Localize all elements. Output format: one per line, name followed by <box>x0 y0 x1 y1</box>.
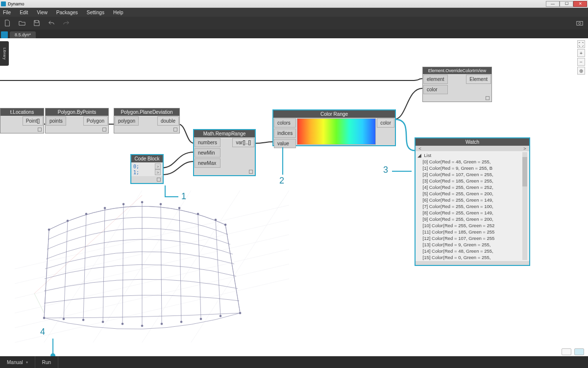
watch-line: [6] Color(Red = 255, Green = 149, <box>417 197 527 203</box>
node-header: Polygon.PlaneDeviation <box>114 108 179 116</box>
lacing-icon[interactable] <box>38 128 42 131</box>
port-in-newmax[interactable]: newMax <box>195 158 220 168</box>
svg-point-35 <box>239 312 241 314</box>
lacing-icon[interactable] <box>157 178 161 182</box>
zoom-in-button[interactable]: + <box>577 49 585 57</box>
open-file-icon[interactable] <box>19 20 25 26</box>
window-close-button[interactable]: ✕ <box>573 1 587 7</box>
preview-geometry <box>15 166 289 342</box>
svg-point-21 <box>178 207 180 209</box>
watch-nav-prev[interactable]: < <box>417 146 422 151</box>
screenshot-icon[interactable] <box>576 20 583 26</box>
svg-point-15 <box>67 220 69 222</box>
svg-point-34 <box>220 315 221 317</box>
graph-canvas[interactable]: Library ⛶ + − ⊕ t.Locations Point[] Poly… <box>0 38 588 356</box>
svg-point-33 <box>200 318 202 320</box>
port-out-color[interactable]: color <box>377 118 394 128</box>
watch-line: [10] Color(Red = 255, Green = 252 <box>417 222 527 229</box>
port-out-0[interactable]: > <box>155 163 161 169</box>
view-nav-controls: ⛶ + − ⊕ <box>577 40 585 75</box>
lacing-icon[interactable] <box>173 128 177 131</box>
window-minimize-button[interactable]: — <box>546 1 560 7</box>
watch-line: [5] Color(Red = 255, Green = 200, <box>417 190 527 197</box>
svg-rect-0 <box>577 22 583 26</box>
geometry-view-icon[interactable] <box>562 348 571 355</box>
node-polygon-bypoints[interactable]: Polygon.ByPoints points Polygon <box>45 108 109 133</box>
watch-vscrollbar[interactable] <box>522 152 527 260</box>
watch-line: [11] Color(Red = 185, Green = 255 <box>417 229 527 235</box>
port-in-value[interactable]: value <box>274 139 296 148</box>
code-line-1[interactable]: 1; <box>133 170 139 175</box>
port-in-element[interactable]: element <box>423 75 448 84</box>
svg-point-16 <box>85 213 87 215</box>
window-maximize-button[interactable]: ☐ <box>560 1 573 7</box>
window-title: Dynamo <box>8 1 24 6</box>
node-header: Element.OverrideColorInView <box>423 67 491 74</box>
port-in-newmin[interactable]: newMin <box>195 148 220 158</box>
run-mode-dropdown[interactable]: Manual <box>0 356 35 368</box>
svg-point-28 <box>102 321 104 323</box>
port-in-colors[interactable]: colors <box>274 118 296 128</box>
watch-hscrollbar[interactable] <box>416 261 529 265</box>
port-in-polygon[interactable]: polygon <box>115 116 139 126</box>
node-element-overridecolorinview[interactable]: Element.OverrideColorInView element colo… <box>422 67 492 102</box>
node-code-block[interactable]: Code Block 0;> 1;> <box>130 154 164 184</box>
node-watch[interactable]: Watch < > ◢ List [0] Color(Red = 48, Gre… <box>415 137 530 266</box>
lacing-icon[interactable] <box>249 170 253 174</box>
run-button[interactable]: Run <box>35 356 58 368</box>
undo-icon[interactable] <box>48 20 55 26</box>
menu-help[interactable]: Help <box>113 10 123 15</box>
port-out-element[interactable]: Element <box>466 75 491 84</box>
annotation-connector <box>165 185 166 196</box>
port-in-points[interactable]: points <box>46 116 66 126</box>
port-in-color[interactable]: color <box>423 85 448 94</box>
graph-view-icon[interactable] <box>574 348 584 355</box>
watch-output[interactable]: ◢ List [0] Color(Red = 48, Green = 255, … <box>417 152 527 260</box>
menu-settings[interactable]: Settings <box>87 10 104 15</box>
svg-line-2 <box>15 279 289 342</box>
port-in-indices[interactable]: indices <box>274 129 296 138</box>
node-math-remaprange[interactable]: Math.RemapRange numbers newMin newMax va… <box>193 129 256 176</box>
svg-line-5 <box>15 235 289 298</box>
status-bar: Manual Run <box>0 356 588 368</box>
watch-line: [9] Color(Red = 255, Green = 200, <box>417 216 527 222</box>
svg-line-10 <box>142 190 240 342</box>
node-polygon-planedeviation[interactable]: Polygon.PlaneDeviation polygon double <box>114 108 180 133</box>
window-titlebar: Dynamo — ☐ ✕ <box>0 0 588 8</box>
svg-point-29 <box>122 323 123 325</box>
lacing-icon[interactable] <box>486 96 490 100</box>
library-panel-tab[interactable]: Library <box>0 41 9 66</box>
watch-line: [1] Color(Red = 9, Green = 255, B <box>417 165 527 171</box>
menu-edit[interactable]: Edit <box>20 10 28 15</box>
menu-packages[interactable]: Packages <box>56 10 78 15</box>
zoom-reset-button[interactable]: ⊕ <box>577 67 585 75</box>
menu-view[interactable]: View <box>37 10 48 15</box>
code-line-0[interactable]: 0; <box>133 164 139 169</box>
port-out-var[interactable]: var[]..[] <box>232 138 254 147</box>
menu-file[interactable]: File <box>3 10 11 15</box>
svg-line-9 <box>93 190 191 342</box>
zoom-out-button[interactable]: − <box>577 58 585 66</box>
port-out-1[interactable]: > <box>155 169 161 175</box>
svg-point-26 <box>63 318 65 320</box>
node-color-range[interactable]: Color Range colors indices value color <box>272 109 396 146</box>
node-header: t.Locations <box>0 108 44 116</box>
annotation-1: 1 <box>181 191 186 202</box>
new-file-icon[interactable] <box>4 20 11 26</box>
watch-line: [3] Color(Red = 185, Green = 255, <box>417 178 527 184</box>
watch-line: [15] Color(Red = 0, Green = 255, <box>417 254 527 260</box>
lacing-icon[interactable] <box>102 128 106 131</box>
document-tab[interactable]: 8.5.dyn* <box>10 31 36 38</box>
tree-toggle-icon[interactable]: ◢ <box>417 153 421 158</box>
save-icon[interactable] <box>33 20 40 26</box>
node-header: Code Block <box>131 155 163 162</box>
port-out-double[interactable]: double <box>157 116 179 126</box>
port-out-point[interactable]: Point[] <box>23 116 43 126</box>
node-locations[interactable]: t.Locations Point[] <box>0 108 44 133</box>
zoom-fit-button[interactable]: ⛶ <box>577 40 585 48</box>
watch-nav-next[interactable]: > <box>522 146 527 151</box>
color-gradient-preview <box>297 118 376 145</box>
redo-icon[interactable] <box>63 20 70 26</box>
port-out-polygon[interactable]: Polygon <box>83 116 108 126</box>
port-in-numbers[interactable]: numbers <box>195 138 220 147</box>
